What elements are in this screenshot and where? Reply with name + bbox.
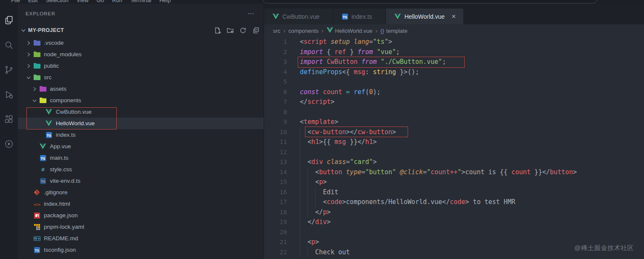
- menu-run[interactable]: Run: [112, 0, 122, 3]
- tree-item-pnpm-lock.yaml[interactable]: pnpm-lock.yaml: [18, 221, 264, 233]
- tree-item-components[interactable]: components: [18, 95, 264, 106]
- menu-bar: FileEditSelectionViewGoRunTerminalHelp: [0, 0, 644, 4]
- code-line-4[interactable]: 4defineProps<{ msg: string }>();: [264, 67, 644, 78]
- refresh-icon[interactable]: [239, 27, 247, 34]
- new-file-icon[interactable]: [214, 27, 221, 34]
- tree-item-label: .gitignore: [44, 189, 68, 196]
- code-token: ": [457, 168, 461, 176]
- run-circle-icon[interactable]: [0, 132, 18, 156]
- line-content: </div>: [300, 217, 331, 227]
- tab-HelloWorld.vue[interactable]: HelloWorld.vue×: [386, 9, 464, 24]
- breadcrumb: src›components›HelloWorld.vue›{}template: [264, 24, 644, 37]
- code-line-18[interactable]: 18</p>: [264, 207, 644, 218]
- code-line-1[interactable]: 1<script setup lang="ts">: [264, 37, 644, 47]
- breadcrumb-item-template[interactable]: {}template: [380, 28, 408, 34]
- tree-item-label: assets: [50, 86, 66, 92]
- breadcrumb-item-HelloWorld.vue[interactable]: HelloWorld.vue: [327, 27, 373, 34]
- extensions-icon[interactable]: [0, 107, 18, 132]
- tree-item-public[interactable]: public: [18, 60, 264, 72]
- code-token: <: [323, 198, 327, 206]
- code-line-12[interactable]: 12: [264, 147, 644, 158]
- breadcrumb-item-components[interactable]: components: [288, 28, 319, 34]
- code-editor[interactable]: 1<script setup lang="ts">2import { ref }…: [264, 37, 644, 259]
- line-content: <button type="button" @click="count++">c…: [300, 167, 577, 178]
- code-token: div: [311, 158, 323, 166]
- indent-guide: [308, 187, 315, 198]
- code-line-20[interactable]: 20: [264, 227, 644, 238]
- tree-item-App.vue[interactable]: App.vue: [18, 141, 264, 152]
- menu-selection[interactable]: Selection: [46, 0, 68, 3]
- tree-item-node_modules[interactable]: node_modules: [18, 49, 264, 60]
- ts-file-icon: TS: [342, 14, 348, 20]
- tab-index.ts[interactable]: TSindex.ts: [334, 9, 386, 24]
- tree-item-index.ts[interactable]: TSindex.ts: [18, 129, 264, 141]
- code-token: >: [327, 218, 331, 226]
- menu-view[interactable]: View: [77, 0, 89, 3]
- run-debug-icon[interactable]: [0, 82, 18, 107]
- tree-item-style.css[interactable]: #style.css: [18, 164, 264, 175]
- code-token: </: [442, 198, 450, 206]
- tree-item-vite-env.d.ts[interactable]: TSvite-env.d.ts: [18, 175, 264, 187]
- code-token: <: [315, 168, 319, 176]
- code-line-15[interactable]: 15<p>: [264, 177, 644, 187]
- code-line-17[interactable]: 17<code>components/HelloWorld.vue</code>…: [264, 197, 644, 207]
- menu-help[interactable]: Help: [159, 0, 171, 3]
- line-number: 10: [264, 127, 300, 138]
- tree-item-CwButton.vue[interactable]: CwButton.vue: [18, 106, 264, 118]
- command-center-search[interactable]: [263, 0, 597, 3]
- new-folder-icon[interactable]: [227, 27, 234, 34]
- indent-guide: [300, 137, 308, 147]
- code-token: }}</: [346, 138, 365, 146]
- code-line-9[interactable]: 9<template>: [264, 117, 644, 127]
- more-actions-icon[interactable]: ⋯: [247, 10, 254, 17]
- menu-edit[interactable]: Edit: [28, 0, 37, 3]
- line-number: 19: [264, 217, 300, 227]
- code-line-16[interactable]: 16Edit: [264, 187, 644, 198]
- explorer-icon[interactable]: [0, 8, 18, 33]
- collapse-all-icon[interactable]: [252, 27, 259, 34]
- tree-item-tsconfig.json[interactable]: TStsconfig.json: [18, 244, 264, 256]
- tree-item-README.md[interactable]: README.md: [18, 233, 264, 244]
- search-icon[interactable]: [0, 33, 18, 58]
- code-line-8[interactable]: 8: [264, 107, 644, 118]
- tree-item-.gitignore[interactable]: .gitignore: [18, 187, 264, 198]
- code-token: >: [315, 238, 319, 246]
- close-icon[interactable]: ×: [449, 12, 458, 21]
- source-control-icon[interactable]: [0, 58, 18, 82]
- code-line-3[interactable]: 3import CwButton from "./CwButton.vue";: [264, 57, 644, 67]
- tree-item-.vscode[interactable]: .vscode: [18, 37, 264, 49]
- line-number: 13: [264, 157, 300, 167]
- indent-guide: [300, 147, 308, 158]
- indent-guide: [300, 247, 308, 258]
- breadcrumb-item-src[interactable]: src: [273, 28, 280, 34]
- code-line-11[interactable]: 11<h1>{{ msg }}</h1>: [264, 137, 644, 147]
- code-line-13[interactable]: 13<div class="card">: [264, 157, 644, 167]
- code-line-19[interactable]: 19</div>: [264, 217, 644, 227]
- menu-go[interactable]: Go: [97, 0, 104, 3]
- line-number: 1: [264, 37, 300, 47]
- code-line-2[interactable]: 2import { ref } from "vue";: [264, 47, 644, 58]
- project-section-header[interactable]: MY-PROJECT: [18, 23, 264, 37]
- menu-terminal[interactable]: Terminal: [130, 0, 151, 3]
- code-token: }>();: [396, 68, 419, 76]
- code-token: >: [327, 208, 331, 216]
- tree-item-main.ts[interactable]: TSmain.ts: [18, 152, 264, 164]
- code-line-5[interactable]: 5: [264, 77, 644, 87]
- code-token: cw-button: [357, 128, 392, 136]
- code-token: <: [315, 178, 319, 186]
- code-token: to test HMR: [469, 198, 515, 206]
- tree-item-assets[interactable]: assets: [18, 83, 264, 95]
- tree-item-package.json[interactable]: package.json: [18, 210, 264, 221]
- menu-file[interactable]: File: [11, 0, 20, 3]
- code-line-14[interactable]: 14<button type="button" @click="count++"…: [264, 167, 644, 178]
- tree-item-HelloWorld.vue[interactable]: HelloWorld.vue: [18, 118, 264, 129]
- tree-item-index.html[interactable]: </>index.html: [18, 198, 264, 210]
- code-line-7[interactable]: 7</script>: [264, 97, 644, 107]
- tree-item-src[interactable]: src: [18, 72, 264, 83]
- explorer-sidebar: EXPLORER ⋯ MY-PROJECT .vscodenode_module…: [18, 4, 264, 259]
- tab-CwButton.vue[interactable]: CwButton.vue: [264, 9, 334, 24]
- tree-item-label: tsconfig.json: [44, 247, 76, 253]
- code-token: p: [319, 178, 323, 186]
- code-line-6[interactable]: 6const count = ref(0);: [264, 87, 644, 98]
- code-line-10[interactable]: 10<cw-button></cw-button>: [264, 127, 644, 138]
